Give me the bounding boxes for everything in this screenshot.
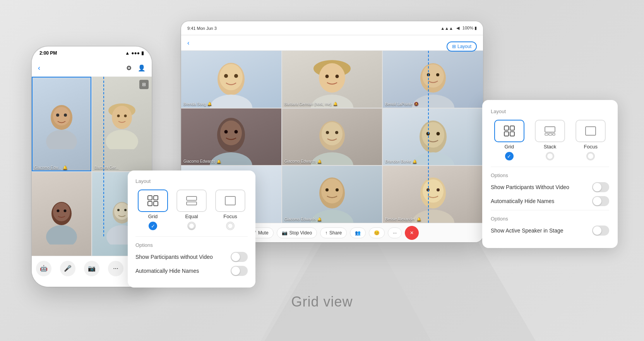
tablet-label-7: Giacomo Edwards 🔔	[284, 217, 322, 221]
phone-equal-label: Equal	[185, 214, 198, 219]
svg-point-14	[64, 210, 67, 212]
tablet-video-btn[interactable]: 📷 Stop Video	[277, 227, 317, 238]
tablet-grid-box[interactable]	[494, 120, 524, 142]
tablet-layout-stack[interactable]: Stack	[531, 120, 568, 160]
phone-grid-box[interactable]	[138, 189, 168, 212]
tablet-share-btn[interactable]: ↑ Share	[320, 227, 347, 238]
phone-option-label-1: Show Participants without Video	[135, 254, 213, 260]
phone-equal-radio[interactable]	[187, 222, 196, 230]
phone-option-row-2: Automatically Hide Names	[135, 266, 248, 276]
tablet-more-icon: ···	[393, 230, 397, 236]
tablet-toggle-3[interactable]	[592, 226, 609, 236]
grid-view-label: Grid view	[291, 294, 353, 310]
phone-layout-focus[interactable]: Focus	[213, 189, 248, 230]
tablet-participants-btn[interactable]: 👥	[350, 227, 366, 238]
phone-equal-box[interactable]	[176, 189, 207, 212]
tablet-cell-0[interactable]: Brenda Song 🔔	[181, 51, 281, 108]
phone-video-icon[interactable]: 🎤	[60, 261, 75, 276]
phone-more-button[interactable]: ···	[108, 261, 123, 276]
phone-focus-box[interactable]	[215, 189, 245, 212]
tablet-layout-button[interactable]: ⊞ Layout	[447, 41, 477, 52]
phone-video-button[interactable]: 🎤	[60, 261, 75, 276]
phone-toggle-2[interactable]	[231, 266, 248, 276]
svg-point-8	[117, 115, 120, 117]
tablet-stack-box[interactable]	[535, 120, 565, 142]
phone-layout-grid[interactable]: Grid	[135, 189, 170, 230]
tablet-options-section-2: Options Show Active Speaker in Stage	[491, 210, 609, 236]
svg-point-28	[219, 64, 243, 90]
tablet-nav: ‹	[181, 35, 483, 51]
tablet-toggle-1[interactable]	[592, 182, 609, 192]
svg-point-50	[326, 131, 329, 134]
svg-rect-25	[187, 202, 197, 205]
svg-rect-73	[549, 133, 552, 135]
svg-point-61	[336, 188, 339, 191]
tablet-cell-7[interactable]: Giacomo Edwards 🔔	[282, 166, 382, 223]
tablet-end-icon: ✕	[410, 230, 414, 236]
svg-point-2	[46, 130, 77, 149]
svg-point-66	[437, 188, 440, 191]
tablet-toggle-2[interactable]	[592, 196, 609, 206]
tablet-layout-popup: Layout Grid	[482, 100, 618, 248]
phone-participant-name-2: Barbara Ger...	[94, 165, 119, 170]
phone-status-bar: 2:00 PM ▲ ●●● ▮	[39, 50, 144, 56]
tablet-popup-title: Layout	[491, 108, 609, 114]
svg-point-43	[220, 121, 242, 145]
phone-more-icon[interactable]: ···	[108, 261, 123, 276]
phone-layout-equal[interactable]: Equal	[174, 189, 209, 230]
tablet-mic-3: 🔔	[217, 160, 221, 164]
tablet-layout-grid[interactable]: Grid	[491, 120, 528, 160]
phone-label-2: Barbara Ger...	[94, 165, 119, 170]
tablet-layout-focus[interactable]: Focus	[572, 120, 609, 160]
participants-icon[interactable]: 👤	[138, 64, 146, 72]
tablet-label-4: Giacomo Edwards 🔔	[284, 159, 322, 164]
tablet-cell-8[interactable]: Bessie Alexander 🔔	[383, 166, 483, 223]
phone-toggle-1[interactable]	[231, 252, 248, 262]
tablet-cell-5[interactable]: Brandon Burke 🔔	[383, 108, 483, 165]
tablet-grid-radio[interactable]	[505, 152, 514, 160]
tablet-focus-box[interactable]	[575, 120, 606, 142]
phone-mute-button[interactable]: 🤖	[36, 261, 51, 276]
svg-rect-24	[187, 196, 197, 200]
phone-video-cell-3[interactable]: Brenda Song 🔕	[32, 172, 91, 267]
phone-video-cell-1[interactable]: Giacomo Edw... 🔔	[32, 77, 91, 171]
tablet-back-button[interactable]: ‹	[187, 40, 189, 46]
phone-focus-radio[interactable]	[226, 222, 235, 230]
phone-camera-icon[interactable]: 📷	[84, 261, 99, 276]
tablet-video-label: Stop Video	[289, 230, 312, 236]
tablet-cell-4[interactable]: Giacomo Edwards 🔔	[282, 108, 382, 165]
tablet-stack-label: Stack	[544, 144, 557, 150]
phone-grid-toggle[interactable]: ⊞	[139, 80, 149, 89]
tablet-more-btn[interactable]: ···	[388, 227, 402, 238]
svg-point-63	[423, 179, 444, 203]
phone-camera-button[interactable]: 📷	[84, 261, 99, 276]
tablet-status-right: ▲▲▲ ◀ 100% ▮	[440, 26, 477, 31]
tablet-cell-1[interactable]: Barbara German (host, me) 🔔	[282, 51, 382, 108]
svg-rect-75	[586, 127, 596, 135]
tablet-cell-3[interactable]: Giacomo Edwards 🔔	[181, 108, 281, 165]
svg-rect-71	[545, 127, 555, 132]
phone-video-cell-2[interactable]: Barbara Ger...	[92, 77, 152, 171]
svg-rect-72	[545, 133, 548, 135]
svg-point-12	[46, 225, 77, 245]
tablet-participant-8: Bessie Alexander	[385, 217, 415, 221]
tablet-stack-radio[interactable]	[546, 152, 554, 160]
tablet-focus-radio[interactable]	[586, 152, 595, 160]
phone-back-button[interactable]: ‹	[38, 64, 40, 72]
tablet-option-label-1: Show Participants Without Video	[491, 184, 569, 190]
svg-point-6	[112, 106, 132, 129]
phone-grid-radio[interactable]	[149, 222, 157, 230]
svg-point-54	[412, 152, 454, 165]
tablet-cell-2[interactable]: Benoit LaPointe 🔕	[383, 51, 483, 108]
phone-option-label-2: Automatically Hide Names	[135, 268, 199, 274]
phone-mute-icon[interactable]: 🤖	[36, 261, 51, 276]
tablet-emoji-btn[interactable]: 😊	[369, 227, 385, 238]
svg-point-7	[106, 130, 138, 149]
tablet-end-btn[interactable]: ✕	[405, 226, 419, 240]
tablet-mute-label: Mute	[258, 230, 269, 236]
tablet-share-icon: ↑	[325, 230, 327, 236]
svg-rect-67	[504, 126, 509, 130]
svg-rect-69	[504, 132, 509, 136]
svg-point-60	[325, 188, 329, 191]
tablet-option-row-2: Automatically Hide Names	[491, 196, 609, 206]
